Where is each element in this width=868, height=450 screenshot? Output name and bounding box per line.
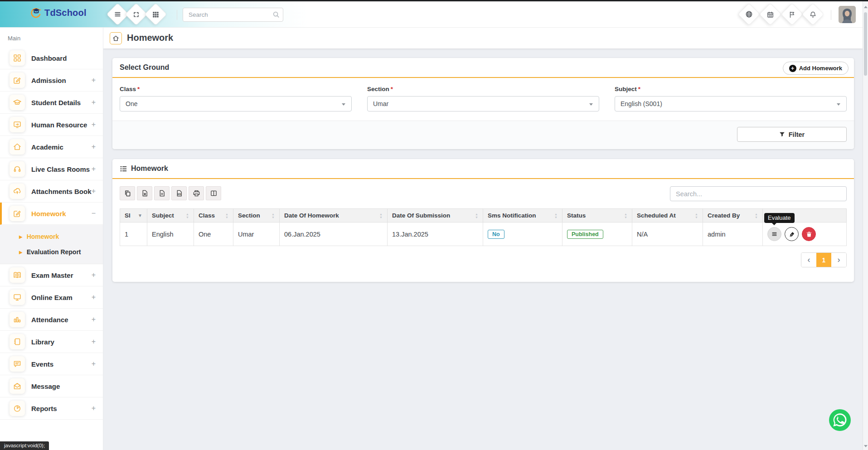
scroll-up-arrow[interactable] [864, 6, 868, 8]
export-pdf-button[interactable]: PDF [171, 186, 187, 200]
sidebar-item-admission[interactable]: Admission + [0, 69, 103, 92]
copy-icon [124, 190, 131, 197]
export-toolbar: PDF [120, 186, 221, 200]
admission-icon [10, 73, 25, 88]
select-ground-footer: Filter [112, 121, 854, 149]
global-search-input[interactable] [183, 8, 283, 22]
required-asterisk: * [391, 86, 393, 92]
subject-label: Subject* [615, 86, 847, 92]
pagination: ‹ 1 › [801, 252, 847, 267]
col-sms-notification[interactable]: Sms Notification▲▼ [483, 209, 563, 223]
sidebar-nav: Main Dashboard Admission + Student Detai… [0, 28, 103, 450]
pagination-next-button[interactable]: › [831, 253, 846, 267]
column-visibility-button[interactable] [206, 186, 221, 200]
report-flag-button[interactable] [781, 3, 803, 25]
flag-icon [789, 11, 796, 18]
breadcrumb-home-button[interactable] [110, 32, 122, 44]
section-select[interactable]: Umar [367, 96, 599, 111]
sidebar-item-library[interactable]: Library + [0, 331, 103, 353]
sidebar-item-online-exam[interactable]: Online Exam + [0, 286, 103, 309]
search-icon [272, 11, 280, 18]
field-class: Class* One [120, 86, 352, 111]
edit-button[interactable] [785, 227, 799, 241]
grid-apps-icon [152, 11, 160, 18]
sidebar-item-message[interactable]: Message [0, 375, 103, 397]
class-label: Class* [120, 86, 352, 92]
subject-select[interactable]: English (S001) [615, 96, 847, 111]
col-date-of-submission[interactable]: Date Of Submission▲▼ [388, 209, 483, 223]
printer-icon [193, 190, 200, 197]
sidebar-item-live-class-rooms[interactable]: Live Class Rooms + [0, 158, 103, 180]
homework-table-wrap: Sl▼ Subject▲▼ Class▲▼ Section▲▼ Date Of … [120, 208, 847, 246]
menu-lines-icon [771, 231, 777, 237]
sidebar-item-homework[interactable]: Homework − [0, 203, 103, 225]
brand-logo[interactable]: TdSchool [29, 6, 87, 19]
columns-icon [210, 190, 217, 197]
filter-button[interactable]: Filter [737, 127, 847, 142]
dashboard-icon [10, 50, 25, 66]
col-date-of-homework[interactable]: Date Of Homework▲▼ [280, 209, 388, 223]
fullscreen-button[interactable] [125, 3, 147, 25]
submenu-arrow-icon: ▶ [19, 250, 23, 255]
breadcrumb: Homework [103, 28, 863, 48]
class-select[interactable]: One [120, 96, 352, 111]
col-created-by[interactable]: Created By▲▼ [703, 209, 763, 223]
page-scrollbar[interactable] [863, 1, 868, 450]
sidebar-section-label: Main [0, 28, 103, 47]
user-avatar[interactable] [839, 6, 856, 23]
sidebar-item-attendance[interactable]: Attendance + [0, 309, 103, 331]
sidebar-item-human-resource[interactable]: Human Resource + [0, 114, 103, 136]
hamburger-icon [114, 10, 121, 18]
apps-grid-button[interactable] [145, 3, 167, 25]
col-sl[interactable]: Sl▼ [120, 209, 147, 223]
notifications-button[interactable] [802, 3, 824, 25]
global-search [183, 8, 283, 22]
table-row: 1 English One Umar 06.Jan.2025 13.Jan.20… [120, 223, 847, 246]
page-body: Select Ground + Add Homework Class* One [103, 48, 863, 450]
scroll-down-arrow[interactable] [864, 445, 868, 447]
col-scheduled-at[interactable]: Scheduled At▲▼ [632, 209, 703, 223]
export-csv-button[interactable] [154, 186, 170, 200]
pagination-page-1[interactable]: 1 [816, 253, 831, 267]
calendar-button[interactable] [759, 3, 781, 25]
cell-date-of-homework: 06.Jan.2025 [280, 223, 388, 246]
sidebar-item-dashboard[interactable]: Dashboard [0, 47, 103, 69]
sidebar-item-academic[interactable]: Academic + [0, 136, 103, 158]
submenu-arrow-icon: ▶ [19, 234, 23, 239]
col-status[interactable]: Status▲▼ [563, 209, 632, 223]
evaluate-button[interactable] [767, 227, 781, 241]
delete-button[interactable] [802, 227, 816, 241]
copy-button[interactable] [120, 186, 135, 200]
main-content: Homework Select Ground + Add Homework Cl… [103, 28, 863, 450]
add-homework-button[interactable]: + Add Homework [783, 62, 849, 75]
field-section: Section* Umar [367, 86, 599, 111]
col-section[interactable]: Section▲▼ [233, 209, 280, 223]
whatsapp-button[interactable] [829, 409, 851, 431]
fullscreen-icon [133, 11, 140, 18]
cell-sl: 1 [120, 223, 147, 246]
submenu-item-homework[interactable]: ▶ Homework [0, 229, 103, 244]
status-badge: Published [567, 230, 603, 239]
export-excel-button[interactable] [137, 186, 152, 200]
language-button[interactable] [738, 3, 760, 25]
col-subject[interactable]: Subject▲▼ [147, 209, 194, 223]
trash-icon [806, 231, 812, 237]
select-ground-card: Select Ground + Add Homework Class* One [112, 58, 854, 149]
sidebar-item-events[interactable]: Events + [0, 353, 103, 375]
sort-desc-icon: ▼ [138, 213, 142, 218]
cell-section: Umar [233, 223, 280, 246]
print-button[interactable] [189, 186, 204, 200]
col-class[interactable]: Class▲▼ [194, 209, 233, 223]
select-ground-title: Select Ground [120, 63, 169, 72]
sort-icon: ▲▼ [225, 213, 228, 219]
submenu-item-evaluation-report[interactable]: ▶ Evaluation Report [0, 244, 103, 260]
pagination-prev-button[interactable]: ‹ [801, 253, 816, 267]
sidebar-item-exam-master[interactable]: Exam Master + [0, 264, 103, 286]
sidebar-item-student-details[interactable]: Student Details + [0, 92, 103, 114]
table-search-input[interactable] [670, 186, 847, 201]
funnel-icon [779, 131, 785, 137]
pagination-row: ‹ 1 › [120, 252, 847, 267]
sidebar-item-reports[interactable]: Reports + [0, 397, 103, 420]
scrollbar-thumb[interactable] [864, 12, 867, 76]
sidebar-item-attachments-book[interactable]: Attachments Book + [0, 180, 103, 203]
